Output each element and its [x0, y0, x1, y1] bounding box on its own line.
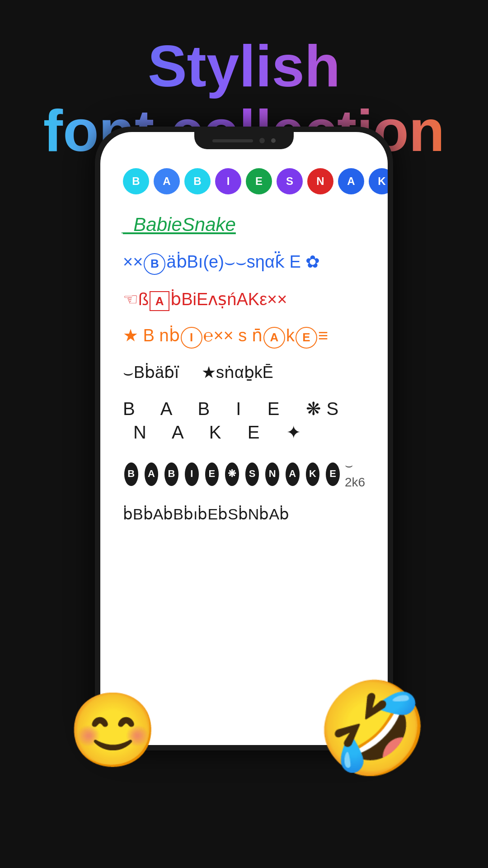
title-line1: Stylish — [0, 34, 488, 99]
dark-bubble-A1: A — [145, 462, 159, 486]
dark-bubble-B2: B — [164, 462, 178, 486]
phone-outer-shell: B A B I E S N A K E _BabieSnake ×× — [95, 127, 393, 750]
colorful-bubble-row: B A B I E S N A K E — [123, 168, 365, 194]
dark-bubble-E2: E — [326, 462, 340, 486]
dark-bubble-E1: E — [205, 462, 219, 486]
notch-bar — [212, 139, 253, 142]
bubble-E1: E — [246, 168, 272, 194]
bubble-K: K — [369, 168, 388, 194]
dark-bubble-N: N — [265, 462, 279, 486]
circled-I: I — [181, 327, 202, 349]
phone-content: B A B I E S N A K E _BabieSnake ×× — [100, 132, 388, 745]
emoji-smiley: 😊 — [68, 688, 158, 773]
emoji-laugh: 🤣 — [316, 676, 429, 782]
boxed-A: A — [150, 291, 169, 311]
font-row-alternating: ḃBḃAḃBḃıḃEḃSḃNḃAḃ — [123, 504, 365, 524]
notch-sensor — [271, 138, 276, 143]
circled-E: E — [296, 327, 317, 349]
bubble-A1: A — [154, 168, 180, 194]
font-row-underline: _BabieSnake — [123, 212, 365, 237]
bubble-A2: A — [338, 168, 364, 194]
font-row-blue: ××BäḃBı(e)⌣⌣sηαƙ̈ E ✿ — [123, 251, 365, 275]
font-row-split: ⌣Bḃäɓı̈ ★sṅαḇkĒ — [123, 362, 365, 383]
dark-bubble-I: I — [185, 462, 199, 486]
bubble-B2: B — [184, 168, 211, 194]
phone-notch — [194, 132, 294, 149]
font-row-dark-bubbles: B A B I E ❋ S N A K E ⌣ 2k6 — [123, 458, 365, 491]
dark-bubble-S: S — [245, 462, 259, 486]
bubble-B1: B — [123, 168, 149, 194]
dark-bubble-B1: B — [124, 462, 138, 486]
bubble-I: I — [215, 168, 241, 194]
bubble-N: N — [307, 168, 333, 194]
phone-screen: B A B I E S N A K E _BabieSnake ×× — [100, 132, 388, 745]
circled-A: A — [263, 327, 285, 349]
font-row-orange: ★ B nḃI℮×× s n̄AkE≡ — [123, 325, 365, 349]
notch-camera — [259, 138, 265, 143]
font-split-left: ⌣Bḃäɓı̈ — [123, 362, 179, 383]
dark-bubble-flower: ❋ — [225, 462, 239, 486]
circled-B: B — [144, 253, 165, 275]
badge-2k6: ⌣ 2k6 — [345, 458, 365, 491]
phone-mockup: B A B I E S N A K E _BabieSnake ×× — [95, 127, 393, 760]
dark-bubble-K: K — [306, 462, 320, 486]
bubble-S: S — [277, 168, 303, 194]
font-row-red: ☜ßAḃBiEᴧṣńAKε×× — [123, 288, 365, 311]
font-row-spaced: B A B I E ❋S N A K E ✦ — [123, 397, 365, 444]
font-split-right: ★sṅαḇkĒ — [202, 362, 273, 383]
dark-bubble-A2: A — [286, 462, 300, 486]
